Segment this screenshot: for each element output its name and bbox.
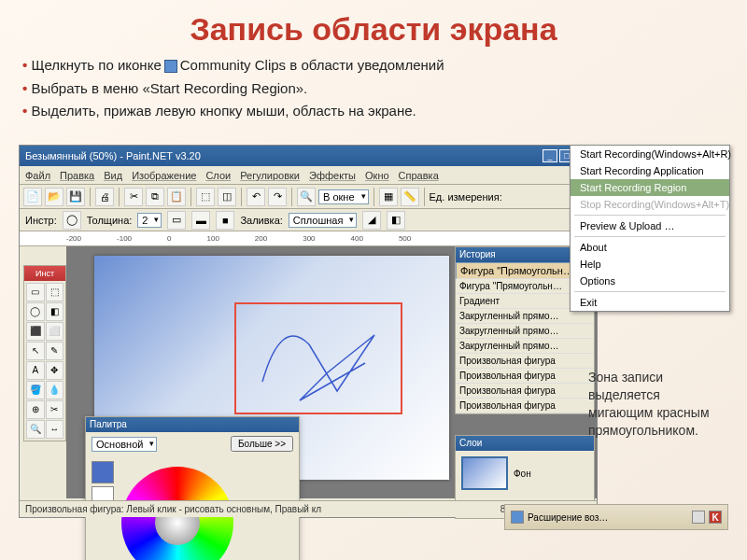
app-title: Безымянный (50%) - Paint.NET v3.20 <box>25 150 201 161</box>
bullet-1a: Щелкнуть по иконке <box>31 57 161 73</box>
history-row[interactable]: Произвольная фигура <box>456 354 594 369</box>
tool-fill[interactable]: 🪣 <box>26 381 45 399</box>
aa-icon[interactable]: ◢ <box>362 211 381 230</box>
print-icon[interactable]: 🖨 <box>95 188 114 206</box>
tool-text[interactable]: A <box>26 361 45 380</box>
tool-pan[interactable]: ✥ <box>46 361 64 380</box>
zoom-select[interactable]: В окне <box>318 189 369 204</box>
paint-window: Безымянный (50%) - Paint.NET v3.20 _ □ ×… <box>19 145 598 518</box>
tool-picker[interactable]: 💧 <box>46 381 64 399</box>
menu-image[interactable]: Изображение <box>132 170 196 181</box>
copy-icon[interactable]: ⧉ <box>146 188 164 206</box>
new-icon[interactable]: 📄 <box>23 188 42 206</box>
color-mode[interactable]: Основной <box>92 437 157 452</box>
menu-layers[interactable]: Слои <box>205 170 231 181</box>
slide-title: Запись области экрана <box>19 11 728 48</box>
crop-icon[interactable]: ⬚ <box>196 188 215 206</box>
minimize-button[interactable]: _ <box>543 149 557 162</box>
paste-icon[interactable]: 📋 <box>167 188 186 206</box>
menu-about[interactable]: About <box>571 239 729 256</box>
shape-icon[interactable]: ◯ <box>63 211 81 230</box>
primary-swatch[interactable] <box>92 461 114 483</box>
tool-rect[interactable]: ▭ <box>26 283 45 301</box>
history-row[interactable]: Произвольная фигура <box>456 369 594 384</box>
tray-k-icon[interactable]: K <box>709 511 722 524</box>
ruler-icon[interactable]: 📏 <box>401 188 419 206</box>
taskbar-label: Расширение воз… <box>528 512 608 523</box>
tool-ellf[interactable]: ⬜ <box>46 322 64 341</box>
tool-wand[interactable]: ◧ <box>46 302 64 321</box>
menu-help[interactable]: Help <box>571 256 729 273</box>
units-label: Ед. измерения: <box>430 191 502 203</box>
context-menu[interactable]: Start Recording(Windows+Alt+R) Start Rec… <box>570 145 730 312</box>
grid-icon[interactable]: ▦ <box>379 188 398 206</box>
tool-zoom[interactable]: 🔍 <box>26 420 45 439</box>
status-hint: Произвольная фигура: Левый клик - рисова… <box>25 504 321 514</box>
rtick: -200 <box>66 234 81 243</box>
scribble-drawing <box>244 307 412 419</box>
thickness-label: Толщина: <box>87 215 133 226</box>
save-icon[interactable]: 💾 <box>66 188 85 206</box>
menu-view[interactable]: Вид <box>104 170 122 181</box>
tool-clone[interactable]: ⊕ <box>26 400 45 419</box>
deselect-icon[interactable]: ◫ <box>218 188 236 206</box>
menu-adjust[interactable]: Регулировки <box>240 170 300 181</box>
menu-help[interactable]: Справка <box>399 170 439 181</box>
rtick: -100 <box>117 234 132 243</box>
history-row[interactable]: Закругленный прямо… <box>456 339 594 354</box>
menu-sep <box>574 215 726 216</box>
bullet-3: Выделить, прижав левую кнопку мыши, обла… <box>22 101 728 122</box>
fill-select[interactable]: Сплошная <box>289 213 358 228</box>
menubar: Файл Правка Вид Изображение Слои Регулир… <box>20 166 597 185</box>
zoom-icon[interactable]: 🔍 <box>297 188 316 206</box>
style2-icon[interactable]: ▬ <box>191 211 210 230</box>
color-palette[interactable]: Палитра Основной Больше >> <box>85 416 300 560</box>
bullet-2: Выбрать в меню «Start Recording Region». <box>22 78 728 100</box>
menu-start-recording[interactable]: Start Recording(Windows+Alt+R) <box>571 146 729 162</box>
tool-line[interactable]: ↔ <box>46 420 64 439</box>
toolbar-props: Инстр: ◯ Толщина: 2 ▭ ▬ ■ Заливка: Сплош… <box>20 209 597 231</box>
menu-window[interactable]: Окно <box>365 170 389 181</box>
blend-icon[interactable]: ◧ <box>387 211 405 230</box>
tool-ellipse[interactable]: ◯ <box>26 302 45 321</box>
tool-move[interactable]: ↖ <box>26 342 45 360</box>
menu-options[interactable]: Options <box>571 273 729 289</box>
undo-icon[interactable]: ↶ <box>247 188 265 206</box>
menu-preview[interactable]: Preview & Upload … <box>571 217 729 234</box>
rtick: 100 <box>206 234 218 243</box>
menu-start-region[interactable]: Start Recording Region <box>571 179 729 196</box>
layers-title: Слои <box>456 436 594 451</box>
menu-start-app[interactable]: Start Recording Application <box>571 162 729 179</box>
toolbox-title: Инст <box>24 266 65 281</box>
tool-rectf[interactable]: ⬛ <box>26 322 45 341</box>
style1-icon[interactable]: ▭ <box>167 211 186 230</box>
tool-crop[interactable]: ✂ <box>46 400 64 419</box>
rtick: 0 <box>167 234 171 243</box>
open-icon[interactable]: 📂 <box>45 188 63 206</box>
community-clips-icon <box>164 60 177 73</box>
menu-sep <box>574 236 726 237</box>
tray-icon[interactable] <box>692 511 705 524</box>
history-row[interactable]: Произвольная фигура <box>456 399 594 413</box>
menu-effects[interactable]: Эффекты <box>309 170 356 181</box>
thickness-select[interactable]: 2 <box>137 213 162 228</box>
taskbar[interactable]: Расширение воз… K <box>504 504 728 530</box>
tray-cc-icon[interactable] <box>511 511 524 524</box>
tool-lasso[interactable]: ⬚ <box>46 283 64 301</box>
layer-name[interactable]: Фон <box>514 469 531 479</box>
history-row[interactable]: Закругленный прямо… <box>456 324 594 339</box>
layer-thumb[interactable] <box>461 456 508 490</box>
history-row[interactable]: Произвольная фигура <box>456 384 594 399</box>
titlebar[interactable]: Безымянный (50%) - Paint.NET v3.20 _ □ × <box>20 146 597 166</box>
more-button[interactable]: Больше >> <box>231 436 293 452</box>
cut-icon[interactable]: ✂ <box>124 188 143 206</box>
tool-palette[interactable]: Инст ▭ ⬚ ◯ ◧ ⬛ ⬜ ↖ ✎ A ✥ 🪣 💧 ⊕ ✂ 🔍 ↔ <box>23 265 66 441</box>
tool-pencil[interactable]: ✎ <box>46 342 64 360</box>
rtick: 500 <box>399 234 411 243</box>
menu-file[interactable]: Файл <box>25 170 50 181</box>
palette-title[interactable]: Палитра <box>86 417 299 432</box>
menu-exit[interactable]: Exit <box>571 294 729 311</box>
menu-edit[interactable]: Правка <box>60 170 94 181</box>
redo-icon[interactable]: ↷ <box>268 188 287 206</box>
style3-icon[interactable]: ■ <box>216 211 234 230</box>
